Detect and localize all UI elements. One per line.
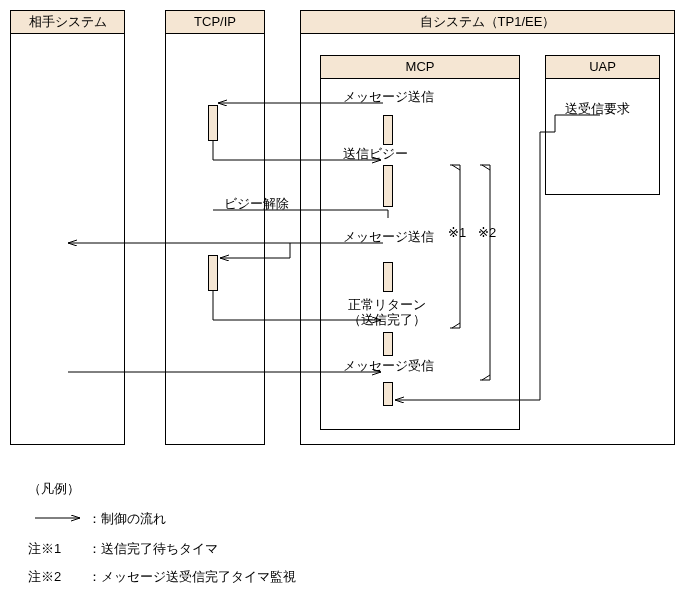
remote-system-label: 相手システム <box>29 14 107 29</box>
legend-note1-key: 注※1 <box>28 540 61 558</box>
tcpip-label: TCP/IP <box>194 14 236 29</box>
note-1-label: ※1 <box>448 225 466 240</box>
msg-send-1-label: メッセージ送信 <box>343 88 434 106</box>
mcp-activation-4 <box>383 332 393 356</box>
remote-system-header: 相手システム <box>10 10 125 34</box>
legend-title: （凡例） <box>28 480 80 498</box>
mcp-activation-2 <box>383 165 393 207</box>
self-system-header: 自システム（TP1/EE） <box>300 10 675 34</box>
remote-system-box <box>10 10 125 445</box>
send-recv-req-label: 送受信要求 <box>565 100 630 118</box>
normal-return-label-2: （送信完了） <box>348 311 426 329</box>
send-busy-label: 送信ビジー <box>343 145 408 163</box>
uap-header: UAP <box>545 55 660 79</box>
mcp-label: MCP <box>406 59 435 74</box>
legend-note2-val: ：メッセージ送受信完了タイマ監視 <box>88 568 296 586</box>
tcpip-box <box>165 10 265 445</box>
note-2-label: ※2 <box>478 225 496 240</box>
tcpip-header: TCP/IP <box>165 10 265 34</box>
tcpip-activation-1 <box>208 105 218 141</box>
mcp-activation-5 <box>383 382 393 406</box>
mcp-activation-3 <box>383 262 393 292</box>
mcp-header: MCP <box>320 55 520 79</box>
self-system-label: 自システム（TP1/EE） <box>420 14 556 29</box>
msg-recv-label: メッセージ受信 <box>343 357 434 375</box>
legend-note1-val: ：送信完了待ちタイマ <box>88 540 218 558</box>
legend-arrow-label: ：制御の流れ <box>88 510 166 528</box>
uap-label: UAP <box>589 59 616 74</box>
msg-send-2-label: メッセージ送信 <box>343 228 434 246</box>
mcp-activation-1 <box>383 115 393 145</box>
legend-note2-key: 注※2 <box>28 568 61 586</box>
busy-clear-label: ビジー解除 <box>224 195 289 213</box>
sequence-diagram: 相手システム TCP/IP 自システム（TP1/EE） MCP UAP メッセー… <box>0 0 687 601</box>
tcpip-activation-2 <box>208 255 218 291</box>
